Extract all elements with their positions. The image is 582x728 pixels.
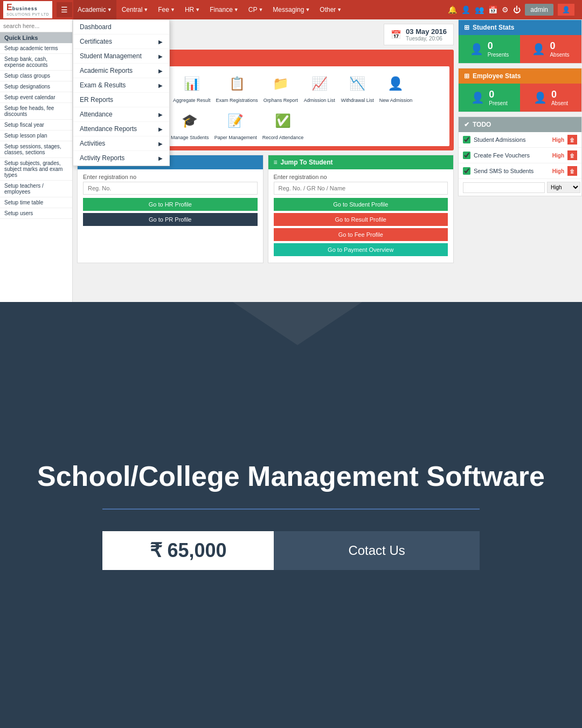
todo-box: ✔ TODO Student Admissions High 🗑 Create … bbox=[458, 116, 582, 196]
todo-priority-3: High bbox=[552, 168, 564, 174]
settings-icon[interactable]: ⚙ bbox=[502, 5, 509, 14]
employee-absent-icon: 👤 bbox=[534, 91, 547, 104]
nav-hr[interactable]: HR ▼ bbox=[181, 0, 204, 19]
sidebar-link-lesson-plan[interactable]: Setup lesson plan bbox=[0, 131, 72, 141]
shortcut-new-admission[interactable]: 👤 New Admission bbox=[379, 72, 413, 104]
student-present-icon: 👤 bbox=[470, 43, 483, 56]
go-to-payment-overview-button[interactable]: Go to Payment Overview bbox=[274, 243, 448, 256]
grid-icon-3: ⊞ bbox=[464, 72, 469, 80]
sidebar-link-fee-heads[interactable]: Setup fee heads, fee discounts bbox=[0, 103, 72, 120]
todo-delete-1[interactable]: 🗑 bbox=[567, 135, 577, 145]
go-to-pr-profile-button[interactable]: Go to PR Profile bbox=[83, 213, 258, 226]
todo-delete-3[interactable]: 🗑 bbox=[567, 166, 577, 176]
sidebar-link-event-calendar[interactable]: Setup event calendar bbox=[0, 92, 72, 103]
withdrawal-list-icon: 📉 bbox=[345, 72, 369, 95]
todo-checkbox-1[interactable] bbox=[463, 136, 470, 143]
sidebar-link-fiscal-year[interactable]: Setup fiscal year bbox=[0, 120, 72, 131]
sidebar-link-timetable[interactable]: Setup time table bbox=[0, 197, 72, 208]
user-avatar-button[interactable]: 👤 bbox=[558, 4, 574, 16]
dropdown-dashboard[interactable]: Dashboard bbox=[73, 20, 169, 35]
todo-add-row: High Medium Low + bbox=[459, 179, 581, 196]
student-absents[interactable]: 👤 0 Absents bbox=[520, 35, 581, 63]
dropdown-certificates[interactable]: Certificates ▶ bbox=[73, 35, 169, 49]
dropdown-attendance-reports[interactable]: Attendance Reports ▶ bbox=[73, 122, 169, 136]
nav-finance[interactable]: Finance ▼ bbox=[205, 0, 243, 19]
todo-priority-select[interactable]: High Medium Low bbox=[547, 182, 580, 193]
todo-add-input[interactable] bbox=[463, 182, 545, 193]
student-absent-icon: 👤 bbox=[532, 43, 545, 56]
nav-fee[interactable]: Fee ▼ bbox=[154, 0, 179, 19]
sidebar: 🔍 Quick Links Setup academic terms Setup… bbox=[0, 19, 73, 302]
dropdown-exam-results[interactable]: Exam & Results ▶ bbox=[73, 78, 169, 93]
todo-checkbox-3[interactable] bbox=[463, 167, 470, 175]
nav-other[interactable]: Other ▼ bbox=[315, 0, 346, 19]
admission-list-icon: 📈 bbox=[308, 72, 331, 95]
sidebar-link-class-groups[interactable]: Setup class groups bbox=[0, 71, 72, 81]
dropdown-activity-reports[interactable]: Activity Reports ▶ bbox=[73, 151, 169, 166]
nav-central[interactable]: Central ▼ bbox=[117, 0, 153, 19]
shortcut-manage-students[interactable]: 🎓 Manage Students bbox=[171, 109, 209, 141]
dropdown-er-reports[interactable]: ER Reports bbox=[73, 93, 169, 107]
manage-students-icon: 🎓 bbox=[178, 109, 202, 133]
shortcut-paper-management[interactable]: 📝 Paper Management bbox=[214, 109, 257, 141]
jump-student-label: Enter registration no bbox=[274, 174, 448, 180]
employee-stats-box: ⊞ Employee Stats 👤 0 Present 👤 0 bbox=[458, 68, 582, 112]
dropdown-activities[interactable]: Activities ▶ bbox=[73, 136, 169, 151]
logo-business: business bbox=[12, 6, 38, 11]
sidebar-link-bank[interactable]: Setup bank, cash, expense accounts bbox=[0, 54, 72, 71]
shortcut-admission-list[interactable]: 📈 Admission List bbox=[303, 72, 336, 104]
shortcut-orphans-report[interactable]: 📁 Orphans Report bbox=[264, 72, 298, 104]
contact-us-button[interactable]: Cotact Us bbox=[274, 531, 480, 570]
admin-button[interactable]: admin bbox=[525, 4, 553, 16]
promo-price-row: ₹ 65,000 Cotact Us bbox=[102, 531, 480, 570]
aggregate-result-icon: 📊 bbox=[180, 72, 204, 95]
shortcut-withdrawal-list[interactable]: 📉 Withdrawal List bbox=[341, 72, 374, 104]
todo-checkbox-2[interactable] bbox=[463, 152, 470, 159]
go-to-hr-profile-button[interactable]: Go to HR Profile bbox=[83, 198, 258, 211]
student-presents-count: 0 bbox=[488, 40, 509, 52]
search-input[interactable] bbox=[0, 19, 73, 32]
promo-price: ₹ 65,000 bbox=[102, 531, 274, 570]
todo-header: ✔ TODO bbox=[459, 117, 581, 132]
nav-messaging[interactable]: Messaging ▼ bbox=[268, 0, 314, 19]
student-presents[interactable]: 👤 0 Presents bbox=[459, 35, 520, 63]
go-to-fee-profile-button[interactable]: Go to Fee Profile bbox=[274, 228, 448, 241]
sidebar-link-subjects[interactable]: Setup subjects, grades, subject marks an… bbox=[0, 158, 72, 181]
employee-present-count: 0 bbox=[489, 89, 507, 100]
orphans-report-icon: 📁 bbox=[269, 72, 293, 95]
exam-registrations-icon: 📋 bbox=[225, 72, 249, 95]
power-icon[interactable]: ⏻ bbox=[513, 5, 521, 14]
notification-bell-icon[interactable]: 🔔 bbox=[448, 5, 457, 14]
student-stats-box: ⊞ Student Stats 👤 0 Presents 👤 0 bbox=[458, 19, 582, 64]
go-to-result-profile-button[interactable]: Go to Result Profile bbox=[274, 213, 448, 226]
todo-delete-2[interactable]: 🗑 bbox=[567, 150, 577, 160]
sidebar-link-designations[interactable]: Setup designations bbox=[0, 81, 72, 92]
nav-cp[interactable]: CP ▼ bbox=[244, 0, 268, 19]
sidebar-link-users[interactable]: Setup users bbox=[0, 208, 72, 219]
users-icon[interactable]: 👥 bbox=[475, 5, 484, 14]
employee-absent[interactable]: 👤 0 Absent bbox=[520, 84, 581, 112]
dropdown-attendance[interactable]: Attendance ▶ bbox=[73, 107, 169, 122]
sidebar-link-sessions[interactable]: Setup sessions, stages, classes, section… bbox=[0, 141, 72, 158]
nav-academic[interactable]: Academic ▼ bbox=[73, 0, 116, 19]
shortcut-record-attendance[interactable]: ✅ Record Attendance bbox=[262, 109, 304, 141]
jump-row: ≡ Jump to Employee Enter registration no… bbox=[77, 155, 454, 263]
content-row: 🔍 Quick Links Setup academic terms Setup… bbox=[0, 19, 582, 302]
calendar-icon[interactable]: 📅 bbox=[488, 5, 497, 14]
user-icon[interactable]: 👤 bbox=[461, 5, 470, 14]
employee-present[interactable]: 👤 0 Present bbox=[459, 84, 520, 112]
sidebar-link-teachers[interactable]: Setup teachers / employees bbox=[0, 181, 72, 197]
sidebar-link-academic-terms[interactable]: Setup academic terms bbox=[0, 43, 72, 54]
jump-to-student: ≡ Jump To Student Enter registration no … bbox=[268, 155, 454, 263]
hamburger-button[interactable]: ☰ bbox=[57, 2, 72, 17]
shortcut-aggregate-result[interactable]: 📊 Aggregate Result bbox=[173, 72, 211, 104]
jump-student-input[interactable] bbox=[274, 182, 448, 195]
date-text: 03 May 2016 bbox=[406, 28, 447, 36]
go-to-student-profile-button[interactable]: Go to Student Profile bbox=[274, 198, 448, 211]
jump-employee-input[interactable] bbox=[83, 182, 258, 195]
logo: Ebusiness SOLUTIONS PVT LTD bbox=[3, 1, 52, 18]
dropdown-academic-reports[interactable]: Academic Reports ▶ bbox=[73, 64, 169, 78]
jump-student-body: Enter registration no Go to Student Prof… bbox=[268, 169, 454, 263]
shortcut-exam-registrations[interactable]: 📋 Exam Registrations bbox=[216, 72, 258, 104]
dropdown-student-management[interactable]: Student Management ▶ bbox=[73, 49, 169, 64]
